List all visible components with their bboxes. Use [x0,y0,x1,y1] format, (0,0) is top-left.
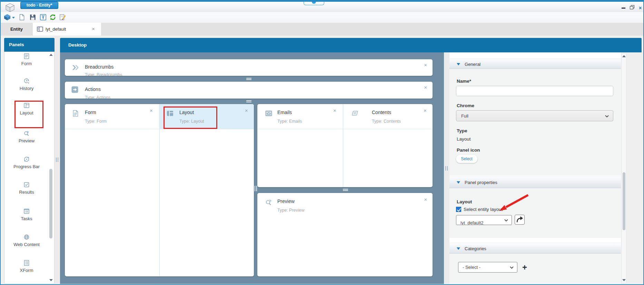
chevron-down-icon [504,219,508,222]
app-package-icon [5,3,15,12]
annotation-red-arrow [492,190,532,216]
scroll-down-icon[interactable] [622,279,626,281]
panel-icon-label: Panel icon [457,147,480,153]
minimize-button[interactable] [621,4,626,9]
checkmark-icon [457,207,461,212]
row-resize-handle[interactable] [246,78,251,81]
panel-close-icon[interactable]: × [150,108,153,113]
panel-close-icon[interactable]: × [424,85,427,90]
sidebar-item-label: Progress Bar [6,164,48,169]
publish-icon[interactable] [39,13,47,21]
refresh-icon[interactable] [49,13,57,21]
panel-breadcrumbs[interactable]: Breadcrumbs Type: Breadcrumbs × [65,59,433,76]
annotation-redbox-sidebar-layout [14,101,43,128]
section-body-panel-properties [449,188,621,238]
layout-tab-icon [37,27,43,32]
section-header-categories[interactable]: Categories [449,243,621,254]
open-layout-button[interactable] [515,215,525,225]
panel-title: Actions [85,86,101,92]
edit-icon[interactable] [59,13,66,21]
contents-panel-icon [350,110,359,117]
sidebar-item-label: Preview [6,138,48,143]
name-label: Name* [457,79,471,84]
sidebar-item-preview[interactable]: Preview [6,130,48,143]
properties-scrollbar[interactable] [622,53,626,283]
panel-preview[interactable]: Preview Type: Preview × [257,193,433,276]
chevron-down-icon [605,115,609,118]
new-document-icon[interactable] [18,13,26,21]
panel-close-icon[interactable]: × [424,108,427,113]
panel-type-label: Type: Preview [277,208,305,213]
annotation-redbox-canvas-layout [164,106,217,129]
save-icon[interactable] [29,13,37,21]
row-resize-handle[interactable] [246,100,251,103]
cell-divider [159,104,160,276]
tab-close-icon[interactable]: × [92,26,95,32]
window-task-tab[interactable]: todo - Entity* [20,2,58,9]
close-window-button[interactable]: × [637,6,643,10]
panel-close-icon[interactable]: × [245,108,248,113]
right-splitter[interactable] [444,52,449,284]
panel-actions[interactable]: Actions Type: Actions × [65,82,433,99]
add-category-button[interactable]: + [522,264,527,271]
sidebar-item-xform[interactable]: XForm [6,259,48,273]
restore-button[interactable] [629,4,635,9]
document-tabbar: Entity lyt_default × [1,23,643,36]
history-icon [23,78,30,84]
section-title: General [465,62,480,67]
desktop-header: Desktop [60,38,642,52]
cell-divider [343,104,343,187]
splitter-grip-icon [445,166,448,171]
pin-dot-icon [312,2,316,4]
section-header-general[interactable]: General [449,59,621,69]
panel-title: Form [85,110,96,115]
collapse-triangle-icon [457,181,460,184]
app-logo-icon[interactable] [3,13,11,21]
section-header-panel-properties[interactable]: Panel properties [449,176,621,188]
ribbon-pin-handle[interactable] [304,2,324,5]
scroll-up-icon[interactable] [49,54,53,56]
sidebar-item-label: Results [6,190,48,195]
progress-bar-icon [23,156,30,163]
tab-lyt-default[interactable]: lyt_default × [33,23,101,35]
sidebar-item-tasks[interactable]: Tasks [6,208,48,221]
row-resize-handle[interactable] [343,189,348,192]
sidebar-scrollbar[interactable] [49,52,53,283]
categories-select-value: - Select - [463,265,480,270]
chrome-select[interactable]: Full [456,110,613,121]
type-value: Layout [457,136,471,142]
form-panel-icon [72,110,79,117]
categories-select[interactable]: - Select - [458,262,517,273]
panel-close-icon[interactable]: × [424,63,427,68]
tab-label: lyt_default [46,27,66,32]
select-entity-layout-checkbox[interactable] [456,207,461,212]
sidebar-item-form[interactable]: Form [6,53,48,66]
sidebar-scrollbar-thumb[interactable] [49,169,52,238]
entity-layout-select[interactable]: lyt_default2 [456,215,512,225]
xform-icon [23,259,30,266]
panel-icon-select-button[interactable]: Select [456,155,477,163]
collapse-triangle-icon [457,63,460,65]
column-resize-handle[interactable] [254,186,258,191]
designer-canvas: Breadcrumbs Type: Breadcrumbs × Actions … [60,52,444,284]
sidebar-item-results[interactable]: Results [6,181,48,195]
sidebar-item-web-content[interactable]: Web Content [6,234,48,247]
scroll-up-icon[interactable] [622,55,626,57]
properties-scrollbar-thumb[interactable] [623,172,625,230]
left-splitter[interactable] [55,35,60,285]
panel-title: Breadcrumbs [85,64,113,70]
scroll-down-icon[interactable] [49,279,53,281]
toolbar [1,12,643,23]
panel-type-label: Type: Breadcrumbs [85,72,122,76]
tab-entity[interactable]: Entity [1,23,32,35]
sidebar-item-progress-bar[interactable]: Progress Bar [6,156,48,169]
collapse-triangle-icon [457,247,460,250]
panel-close-icon[interactable]: × [333,108,336,113]
emails-panel-icon [265,110,273,117]
sidebar-item-history[interactable]: History [6,78,48,91]
results-icon [23,181,30,188]
logo-dropdown-caret-icon[interactable] [12,17,15,19]
panel-close-icon[interactable]: × [424,197,427,202]
forward-arrow-icon [515,215,524,224]
name-input[interactable] [456,86,613,96]
